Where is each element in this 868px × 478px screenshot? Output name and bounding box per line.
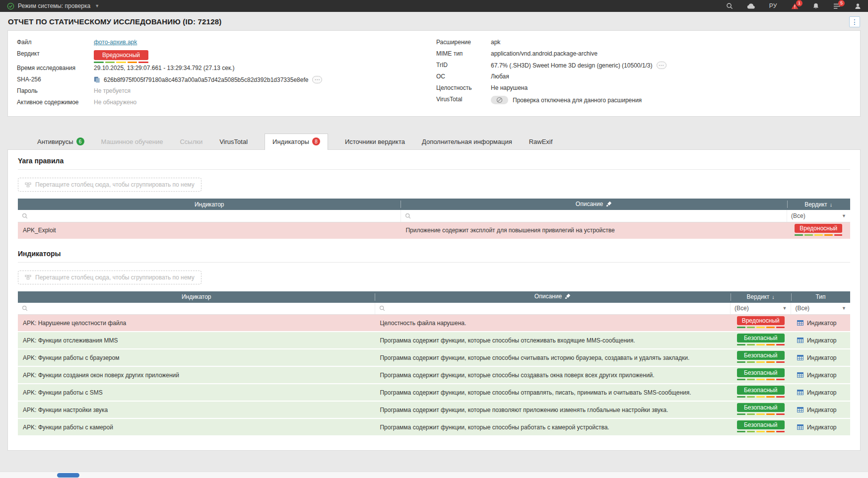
sort-desc-icon: ↓ — [830, 202, 833, 207]
indicators-group-drop-zone[interactable]: Перетащите столбец сюда, чтобы сгруппиро… — [18, 271, 201, 284]
summary-row: VirusTotalПроверка отключена для данного… — [436, 94, 851, 106]
tab-rawexif[interactable]: RawExif — [529, 135, 553, 149]
summary-left-column: Файлфото-архив.apkВердиктВредоносныйВрем… — [17, 37, 436, 109]
description-filter-input[interactable] — [414, 212, 783, 219]
hash-more-button[interactable]: ⋯ — [312, 76, 322, 83]
field-value-text: Любая — [491, 73, 509, 80]
tab-virustotal[interactable]: VirusTotal — [219, 135, 248, 149]
table-row: APK: Функции настройки звукаПрограмма со… — [18, 401, 850, 418]
verdict-cell: Вредоносный — [731, 315, 791, 332]
table-row: APK: Функции работы с камеройПрограмма с… — [18, 418, 850, 436]
tab-label: Источники вердикта — [345, 138, 405, 145]
search-button[interactable] — [726, 2, 733, 9]
field-value: 67.7% (.SH3D) Sweet Home 3D design (gene… — [491, 62, 667, 69]
type-cell: Индикатор — [791, 349, 850, 366]
verdict-badge-wrap: Безопасный — [737, 351, 785, 363]
verdict-badge-wrap: Безопасный — [737, 334, 785, 345]
verdict-filter-select[interactable]: (Все)▼ — [731, 303, 791, 315]
trid-more-button[interactable]: ⋯ — [657, 62, 667, 69]
verdict-badge: Безопасный — [737, 420, 785, 429]
severity-scale — [737, 379, 785, 380]
column-header-type[interactable]: Тип — [791, 291, 850, 303]
verdict-badge: Вредоносный — [94, 50, 148, 60]
search-icon — [22, 305, 28, 311]
description-filter-input[interactable] — [388, 305, 726, 312]
horizontal-scrollbar[interactable] — [0, 472, 868, 478]
type-label: Индикатор — [807, 424, 837, 431]
field-value: Не нарушена — [491, 84, 528, 91]
column-header-label: Тип — [815, 293, 825, 300]
scrollbar-thumb[interactable] — [57, 473, 79, 478]
severity-scale — [94, 62, 148, 63]
indicator-type-icon — [797, 424, 803, 430]
column-header-indicator[interactable]: Индикатор — [18, 199, 401, 210]
filter-inner — [22, 212, 397, 219]
type-inner: Индикатор — [797, 372, 845, 379]
tab-источники-вердикта[interactable]: Источники вердикта — [345, 135, 405, 149]
yara-group-drop-zone[interactable]: Перетащите столбец сюда, чтобы сгруппиро… — [18, 178, 201, 192]
field-value: Не требуется — [94, 87, 131, 94]
field-value: Не обнаружено — [94, 99, 136, 106]
virustotal-status-text: Проверка отключена для данного расширени… — [513, 97, 642, 104]
file-link[interactable]: фото-архив.apk — [94, 39, 137, 46]
tab-count-badge: 6 — [76, 137, 84, 145]
type-label: Индикатор — [807, 372, 837, 379]
tab-count-badge: 8 — [312, 137, 320, 145]
tab-антивирусы[interactable]: Антивирусы6 — [37, 134, 84, 149]
summary-row: ВердиктВредоносный — [17, 49, 436, 63]
tab-индикаторы[interactable]: Индикаторы8 — [265, 134, 328, 150]
description-cell: Программа содержит функции, которые спос… — [375, 349, 730, 366]
type-filter-select[interactable]: (Все)▼ — [791, 303, 850, 315]
tab-дополнительная-информация[interactable]: Дополнительная информация — [422, 135, 512, 149]
alert-count-badge: 1 — [796, 0, 802, 6]
column-header-verdict[interactable]: Вердикт↓ — [731, 291, 791, 303]
verdict-badge: Вредоносный — [737, 316, 785, 325]
type-inner: Индикатор — [797, 389, 845, 396]
filter-all-label: (Все) — [734, 305, 749, 312]
field-value-text: apk — [491, 39, 500, 46]
report-content-panel: Yara правила Перетащите столбец сюда, чт… — [7, 149, 861, 451]
queue-count-badge: 5 — [838, 0, 845, 6]
filter-select-inner: (Все)▼ — [791, 212, 846, 219]
field-value-text: application/vnd.android.package-archive — [491, 50, 598, 57]
verdict-cell: Безопасный — [731, 384, 791, 401]
severity-scale — [737, 396, 785, 398]
field-label: Пароль — [17, 87, 94, 94]
column-header-description[interactable]: Описание — [401, 199, 787, 210]
column-header-description[interactable]: Описание — [375, 291, 730, 303]
chevron-down-icon: ▼ — [842, 306, 846, 311]
column-header-indicator[interactable]: Индикатор — [18, 291, 375, 303]
verdict-filter-select[interactable]: (Все)▼ — [787, 210, 850, 222]
indicator-cell: APK: Функции настройки звука — [18, 401, 375, 418]
language-switcher[interactable]: РУ — [769, 2, 777, 9]
summary-row: ПарольНе требуется — [17, 86, 436, 97]
verdict-cell: Вредоносный — [787, 222, 850, 239]
indicator-cell: APK: Нарушение целостности файла — [18, 315, 375, 332]
column-header-verdict[interactable]: Вердикт↓ — [787, 199, 850, 210]
task-queue-button[interactable]: 5 — [833, 3, 841, 9]
system-mode-label: Режим системы: проверка — [18, 2, 90, 9]
type-cell: Индикатор — [791, 315, 850, 332]
group-columns-icon — [25, 274, 31, 280]
verdict-cell: Безопасный — [731, 349, 791, 366]
indicator-filter-input[interactable] — [31, 212, 397, 219]
field-value: Проверка отключена для данного расширени… — [491, 96, 642, 104]
system-mode-selector[interactable]: Режим системы: проверка ▼ — [7, 2, 99, 10]
verdict-badge-wrap: Безопасный — [737, 420, 785, 432]
description-filter-cell — [375, 303, 730, 315]
type-cell: Индикатор — [791, 418, 850, 436]
page-header: ОТЧЕТ ПО СТАТИЧЕСКОМУ ИССЛЕДОВАНИЮ (ID: … — [0, 12, 868, 30]
user-menu-button[interactable] — [855, 3, 861, 9]
page-title: ОТЧЕТ ПО СТАТИЧЕСКОМУ ИССЛЕДОВАНИЮ (ID: … — [8, 17, 860, 26]
alerts-button[interactable]: 1 — [791, 3, 799, 9]
cloud-button[interactable] — [747, 3, 755, 9]
indicator-type-icon — [797, 355, 803, 360]
field-value-text: Не нарушена — [491, 84, 528, 91]
filter-all-label: (Все) — [791, 212, 805, 219]
report-menu-button[interactable]: ⋮ — [849, 16, 860, 27]
indicator-filter-input[interactable] — [31, 305, 371, 312]
summary-row: Активное содержимоеНе обнаружено — [17, 97, 436, 109]
notifications-bell-button[interactable] — [812, 2, 819, 9]
column-header-label: Вердикт — [747, 293, 770, 300]
group-hint-label: Перетащите столбец сюда, чтобы сгруппиро… — [35, 181, 195, 188]
